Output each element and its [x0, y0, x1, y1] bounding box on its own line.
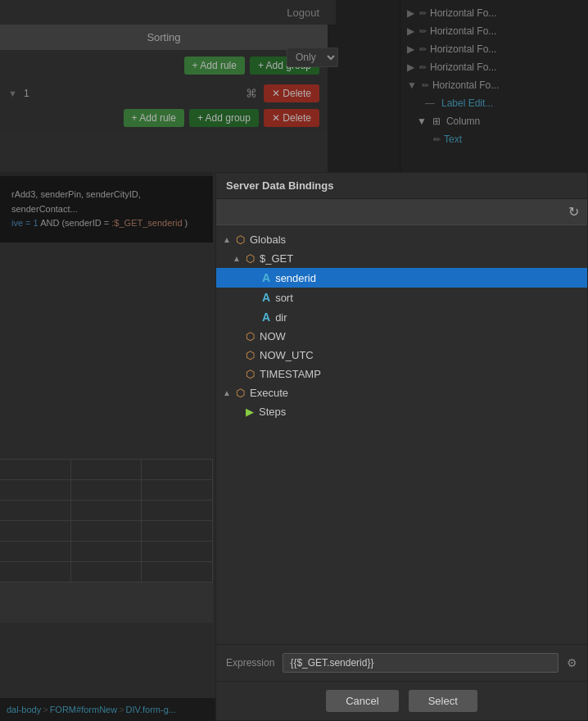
tree-item-sort[interactable]: A sort: [216, 288, 587, 307]
text-icon-dir: A: [262, 311, 270, 324]
expression-value[interactable]: {{$_GET.senderid}}: [283, 653, 559, 673]
select-button[interactable]: Select: [409, 690, 477, 712]
tree-arrow-globals: ▲: [223, 235, 233, 244]
cube-icon-execute: ⬡: [236, 387, 245, 399]
cube-icon-globals: ⬡: [236, 234, 245, 246]
refresh-button[interactable]: ↻: [568, 204, 579, 220]
dialog-toolbar: ↻: [216, 199, 587, 225]
expression-bar: Expression {{$_GET.senderid}} ⚙: [216, 644, 587, 681]
cube-icon-now-utc: ⬡: [246, 349, 255, 361]
tree-item-now-utc[interactable]: ⬡ NOW_UTC: [216, 346, 587, 365]
dialog-title: Server Data Bindings: [216, 173, 587, 199]
text-icon-senderid: A: [262, 271, 270, 284]
tree-label-timestamp: TIMESTAMP: [260, 368, 321, 380]
cancel-button[interactable]: Cancel: [326, 690, 398, 712]
tree-item-timestamp[interactable]: ⬡ TIMESTAMP: [216, 365, 587, 383]
tree-arrow-get: ▲: [233, 254, 242, 263]
tree-item-dir[interactable]: A dir: [216, 307, 587, 327]
tree-item-senderid[interactable]: A senderid: [216, 268, 587, 288]
tree-item-steps[interactable]: ▶ Steps: [216, 402, 587, 421]
tree-label-execute: Execute: [250, 387, 288, 399]
tree-label-now-utc: NOW_UTC: [260, 349, 314, 361]
tree-item-globals[interactable]: ▲ ⬡ Globals: [216, 230, 587, 249]
expression-settings-button[interactable]: ⚙: [567, 656, 577, 669]
tree-item-now[interactable]: ⬡ NOW: [216, 327, 587, 346]
tree-item-get[interactable]: ▲ ⬡ $_GET: [216, 249, 587, 268]
tree-arrow-execute: ▲: [223, 388, 233, 397]
tree-label-steps: Steps: [259, 406, 286, 418]
tree-label-sort: sort: [275, 292, 293, 304]
text-icon-sort: A: [262, 291, 270, 304]
expression-label: Expression: [226, 657, 274, 669]
tree-item-execute[interactable]: ▲ ⬡ Execute: [216, 383, 587, 402]
cube-icon-timestamp: ⬡: [246, 368, 255, 380]
server-data-bindings-dialog: Server Data Bindings ↻ ▲ ⬡ Globals ▲ ⬡ $…: [215, 172, 588, 721]
dialog-footer: Cancel Select: [216, 681, 587, 720]
tree-label-senderid: senderid: [275, 272, 316, 284]
tree-label-now: NOW: [260, 330, 286, 342]
tree-label-get: $_GET: [260, 252, 293, 265]
play-icon-steps: ▶: [246, 406, 254, 418]
cube-icon-now: ⬡: [246, 330, 255, 342]
tree-label-dir: dir: [275, 311, 287, 324]
tree-label-globals: Globals: [250, 234, 286, 246]
dialog-tree: ▲ ⬡ Globals ▲ ⬡ $_GET A senderid A sort …: [216, 225, 587, 644]
cube-icon-get: ⬡: [246, 252, 255, 265]
